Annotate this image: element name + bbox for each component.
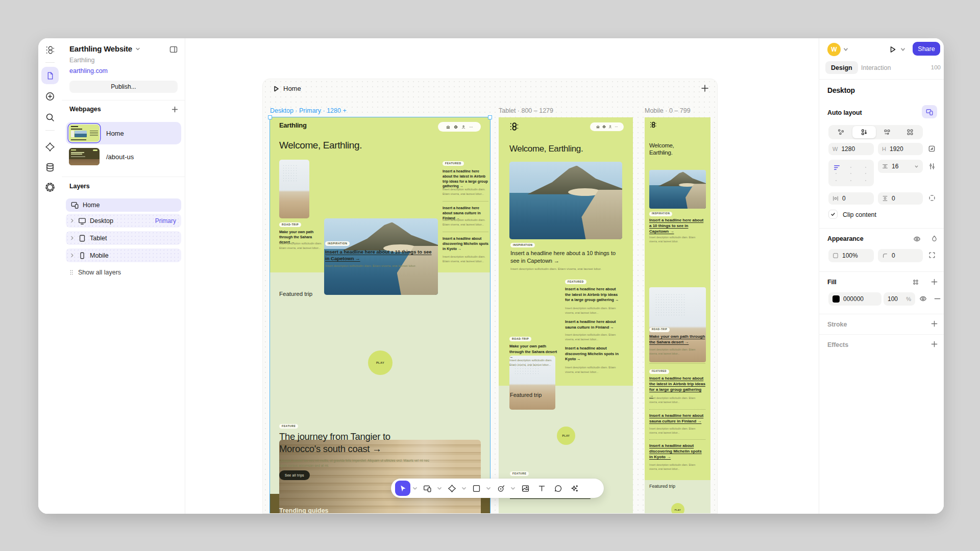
- publish-button[interactable]: Publish...: [69, 81, 178, 93]
- vector-tool[interactable]: [444, 481, 459, 496]
- finland-headline[interactable]: Insert a headline here about sauna cultu…: [565, 319, 622, 330]
- cms-database-icon[interactable]: [45, 162, 55, 172]
- capetown-photo[interactable]: [649, 170, 706, 209]
- featured-badge[interactable]: FEATURED: [443, 161, 464, 166]
- add-fill-icon[interactable]: [930, 278, 938, 286]
- pen-tool[interactable]: [493, 481, 508, 496]
- featured-trip-label[interactable]: Featured trip: [279, 291, 312, 297]
- shape-tool[interactable]: [469, 481, 484, 496]
- width-field[interactable]: W 1280: [828, 143, 874, 155]
- layer-row-tablet[interactable]: Tablet: [66, 231, 181, 245]
- insert-plus-icon[interactable]: [45, 91, 55, 102]
- road-trip-badge[interactable]: ROAD-TRIP: [649, 328, 670, 332]
- fill-color-field[interactable]: 000000: [828, 292, 881, 306]
- avatar[interactable]: W: [827, 43, 841, 56]
- chevron-down-icon[interactable]: [412, 485, 418, 491]
- capetown-headline[interactable]: Insert a headline here about a 10 things…: [510, 249, 619, 265]
- welcome-heading[interactable]: Welcome, Earthling.: [509, 144, 583, 154]
- project-title[interactable]: Earthling Website: [69, 44, 140, 53]
- fill-opacity-field[interactable]: 100 %: [884, 292, 915, 306]
- selection-handle-tl[interactable]: [268, 115, 272, 119]
- inspiration-badge[interactable]: INSPIRATION: [325, 241, 350, 246]
- kyoto-headline-link[interactable]: Insert a headline about discovering Mich…: [649, 443, 705, 460]
- layer-row-home[interactable]: Home: [66, 198, 181, 212]
- see-all-trips-button[interactable]: See all trips: [279, 470, 310, 480]
- canvas-surface[interactable]: Home Desktop · Primary · 1280 + Tablet ·…: [262, 79, 718, 514]
- chevron-down-icon[interactable]: [914, 164, 919, 169]
- page-row-home[interactable]: Home: [66, 122, 181, 144]
- site-nav-pill[interactable]: [438, 122, 481, 132]
- site-logo-wordmark[interactable]: Earthling: [279, 121, 307, 129]
- pages-tool-selected[interactable]: [41, 67, 59, 84]
- play-button[interactable]: PLAY: [557, 427, 575, 445]
- artboard-label-tablet[interactable]: Tablet · 800 – 1279: [499, 107, 553, 114]
- comment-tool[interactable]: [550, 481, 566, 496]
- capetown-headline-link[interactable]: Insert a headline here about a 10 things…: [325, 248, 435, 262]
- site-logomark[interactable]: [649, 121, 657, 129]
- feature-badge[interactable]: FEATURE: [510, 471, 529, 476]
- featured-trip-label[interactable]: Featured trip: [649, 484, 675, 489]
- clip-content-checkbox[interactable]: [828, 210, 838, 219]
- corner-radius-field[interactable]: 0: [878, 249, 923, 262]
- capetown-photo[interactable]: [509, 162, 622, 239]
- welcome-heading[interactable]: Welcome, Earthling.: [279, 140, 362, 151]
- sahara-headline-link[interactable]: Make your own path through the Sahara de…: [649, 334, 705, 345]
- kyoto-headline[interactable]: Insert a headline about discovering Mich…: [443, 236, 488, 251]
- distribute-icon[interactable]: [928, 163, 936, 170]
- featured-badge[interactable]: FEATURED: [649, 369, 669, 374]
- fill-visibility-eye-icon[interactable]: [919, 295, 927, 303]
- show-all-layers[interactable]: Show all layers: [69, 269, 121, 276]
- chevron-down-icon[interactable]: [843, 46, 849, 53]
- site-nav-pill[interactable]: [590, 122, 624, 131]
- inspiration-badge[interactable]: INSPIRATION: [649, 212, 672, 216]
- height-field[interactable]: H 1920: [878, 143, 923, 155]
- capetown-headline-link[interactable]: Insert a headline here about a 10 things…: [649, 217, 705, 235]
- road-trip-badge[interactable]: ROAD-TRIP: [509, 337, 531, 341]
- chevron-down-icon[interactable]: [461, 485, 467, 491]
- text-tool[interactable]: [534, 481, 549, 496]
- artboard-label-mobile[interactable]: Mobile · 0 – 799: [645, 107, 691, 114]
- resize-icon[interactable]: [928, 145, 936, 153]
- site-logomark[interactable]: [509, 121, 519, 132]
- sidebar-toggle-icon[interactable]: [169, 45, 178, 54]
- dune-photo[interactable]: [279, 160, 309, 218]
- visibility-eye-icon[interactable]: [913, 235, 921, 243]
- feature-badge[interactable]: FEATURE: [279, 424, 298, 429]
- road-trip-badge[interactable]: ROAD-TRIP: [279, 222, 301, 227]
- welcome-heading[interactable]: Welcome, Earthling.: [649, 142, 690, 157]
- padding-horizontal-field[interactable]: 0: [828, 192, 874, 205]
- play-button[interactable]: PLAY: [368, 350, 393, 375]
- frame-tool[interactable]: [420, 481, 435, 496]
- add-effect-icon[interactable]: [930, 340, 938, 348]
- opacity-field[interactable]: 100%: [828, 249, 874, 262]
- expand-icon[interactable]: [928, 252, 936, 259]
- layout-stack-horizontal-option[interactable]: [876, 126, 899, 138]
- project-domain-link[interactable]: earthling.com: [69, 67, 108, 74]
- zoom-level[interactable]: 100: [931, 64, 941, 70]
- remove-fill-icon[interactable]: [934, 295, 941, 303]
- featured-badge[interactable]: FEATURED: [565, 280, 586, 284]
- layout-stack-vertical-option[interactable]: [852, 126, 875, 138]
- layout-grid-option[interactable]: [899, 126, 922, 138]
- airbnb-headline[interactable]: Insert a headline here about the latest …: [565, 287, 622, 303]
- chevron-right-icon[interactable]: [70, 253, 77, 258]
- chevron-down-icon[interactable]: [900, 46, 906, 53]
- tab-interaction[interactable]: Interaction: [858, 61, 894, 74]
- artboard-desktop[interactable]: Earthling Welcome, Earthling. ROAD-TRIP …: [270, 117, 490, 514]
- kyoto-headline[interactable]: Insert a headline about discovering Mich…: [565, 346, 622, 362]
- select-tool[interactable]: [395, 481, 410, 496]
- padding-vertical-field[interactable]: 0: [878, 192, 923, 205]
- chevron-down-icon[interactable]: [485, 485, 492, 491]
- trending-guides-heading[interactable]: Trending guides: [279, 507, 329, 514]
- add-stroke-icon[interactable]: [930, 320, 938, 328]
- tab-design[interactable]: Design: [825, 61, 858, 74]
- ai-sparkle-tool[interactable]: [567, 481, 582, 496]
- journey-headline[interactable]: The journey from Tangier to Morocco's so…: [279, 431, 430, 456]
- chevron-right-icon[interactable]: [70, 236, 77, 240]
- workspace-logo-icon[interactable]: [45, 45, 55, 55]
- finland-headline-link[interactable]: Insert a headline here about sauna cultu…: [649, 413, 705, 424]
- fill-presets-icon[interactable]: [912, 279, 919, 286]
- sahara-headline[interactable]: Make your own path through the Sahara de…: [509, 344, 558, 360]
- chevron-down-icon[interactable]: [436, 485, 443, 491]
- layer-row-mobile[interactable]: Mobile: [66, 248, 181, 262]
